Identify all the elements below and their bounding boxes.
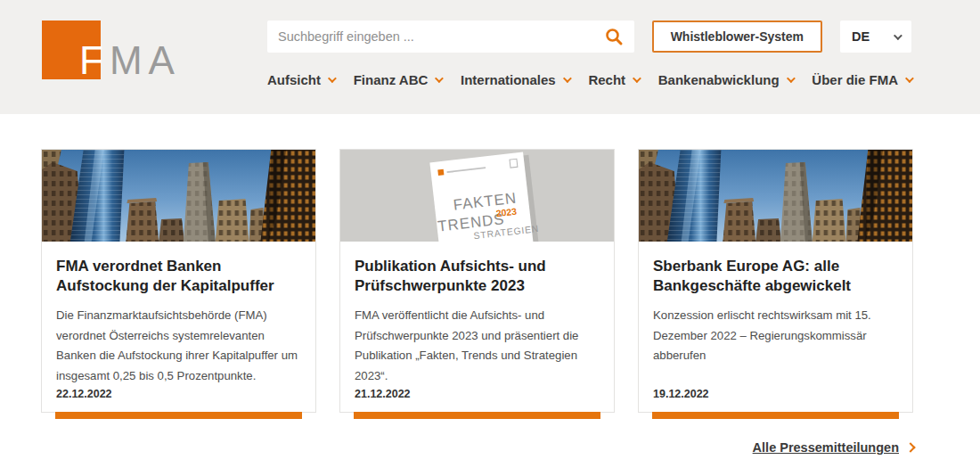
nav-item-internationales[interactable]: Internationales: [461, 72, 569, 87]
main-navigation: Aufsicht Finanz ABC Internationales Rech…: [267, 72, 911, 87]
nav-item-ueber-die-fma[interactable]: Über die FMA: [812, 72, 911, 87]
card-title[interactable]: Sberbank Europe AG: alle Bankgeschäfte a…: [653, 257, 898, 297]
card-teaser-text: Die Finanzmarktaufsichtsbehörde (FMA) ve…: [56, 306, 301, 387]
chevron-down-icon: [328, 74, 337, 83]
site-header: FMA Whistleblower-System DE Auf: [0, 0, 980, 114]
whistleblower-button[interactable]: Whistleblower-System: [652, 21, 822, 53]
all-press-releases-link[interactable]: Alle Pressemitteilungen: [753, 440, 914, 455]
card-title[interactable]: FMA verordnet Banken Aufstockung der Kap…: [56, 257, 301, 297]
card-teaser-text: Konzession erlischt rechtswirksam mit 15…: [653, 306, 898, 366]
news-card[interactable]: FMA verordnet Banken Aufstockung der Kap…: [41, 149, 316, 413]
search-bar: [267, 21, 634, 53]
chevron-down-icon: [787, 74, 796, 83]
city-buildings-image: [42, 150, 315, 242]
nav-item-bankenabwicklung[interactable]: Bankenabwicklung: [658, 72, 793, 87]
news-cards: FMA verordnet Banken Aufstockung der Kap…: [41, 149, 914, 413]
card-accent-bar: [354, 412, 600, 419]
card-teaser-text: FMA veröffentlicht die Aufsichts- und Pr…: [355, 306, 600, 387]
fma-logo-letters: FMA: [79, 38, 181, 83]
chevron-down-icon: [435, 74, 444, 83]
card-date: 22.12.2022: [56, 388, 301, 400]
chevron-down-icon: [633, 74, 641, 83]
chevron-down-icon: [894, 31, 902, 40]
search-button[interactable]: [604, 27, 624, 46]
news-card[interactable]: FAKTEN TRENDS 2023 STRATEGIEN Publikatio…: [339, 149, 615, 413]
chevron-down-icon: [563, 74, 572, 83]
fma-logo-square: FMA: [42, 21, 101, 79]
nav-item-recht[interactable]: Recht: [588, 72, 639, 87]
chevron-right-icon: [905, 442, 915, 452]
language-selected: DE: [852, 29, 870, 44]
nav-item-finanz-abc[interactable]: Finanz ABC: [354, 72, 442, 87]
nav-item-aufsicht[interactable]: Aufsicht: [267, 72, 334, 87]
search-input[interactable]: [278, 29, 604, 44]
chevron-down-icon: [905, 74, 914, 83]
card-title[interactable]: Publikation Aufsichts- und Prüfschwerpun…: [355, 257, 600, 297]
search-icon: [604, 27, 624, 46]
card-accent-bar: [652, 412, 899, 419]
card-date: 19.12.2022: [653, 388, 898, 400]
news-card[interactable]: Sberbank Europe AG: alle Bankgeschäfte a…: [638, 149, 913, 413]
card-accent-bar: [55, 412, 302, 419]
language-selector[interactable]: DE: [840, 21, 911, 53]
city-buildings-image: [639, 150, 912, 242]
card-date: 21.12.2022: [355, 388, 600, 400]
fma-logo[interactable]: FMA: [42, 0, 211, 114]
publication-cover-image: FAKTEN TRENDS 2023 STRATEGIEN: [340, 150, 614, 242]
